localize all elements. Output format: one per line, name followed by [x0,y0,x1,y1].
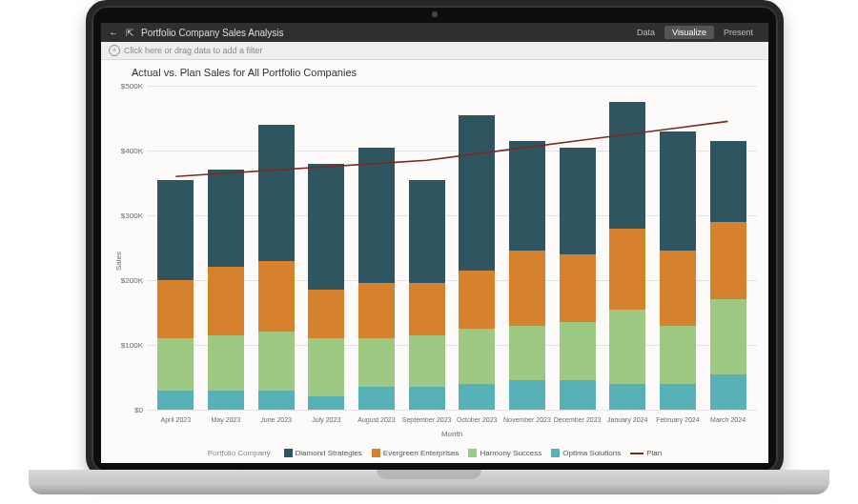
legend-item-diamond[interactable]: Diamond Strategies [284,449,362,457]
bar-column[interactable]: October 2023 [459,86,495,410]
plot-area: $0$100K$200K$300K$400K$500K April 2023Ma… [147,86,757,410]
bar-segment[interactable] [660,131,696,252]
bar-column[interactable]: December 2023 [560,86,596,410]
y-tick-label: $400K [109,147,143,155]
add-filter-icon[interactable]: + [109,45,120,56]
bar-segment[interactable] [459,271,495,329]
bar-segment[interactable] [208,335,244,391]
tab-visualize[interactable]: Visualize [664,26,714,39]
legend-item-evergreen[interactable]: Evergreen Enterprises [372,449,460,457]
bar-segment[interactable] [710,222,746,300]
bar-column[interactable]: July 2023 [308,86,344,410]
x-tick-label: March 2024 [710,416,746,423]
legend-item-optima[interactable]: Optima Solutions [551,449,621,457]
bar-segment[interactable] [409,335,445,387]
back-icon[interactable]: ← [109,28,118,38]
bar-column[interactable]: April 2023 [157,86,194,410]
bar-segment[interactable] [258,261,295,333]
laptop-frame: ← ⇱ Portfolio Company Sales Analysis Dat… [86,0,784,478]
bar-segment[interactable] [258,391,295,410]
bar-segment[interactable] [509,380,545,410]
swatch-icon [630,453,644,454]
swatch-icon [372,449,380,457]
x-tick-label: April 2023 [161,416,192,423]
bar-column[interactable]: May 2023 [208,86,244,410]
bar-segment[interactable] [157,280,194,338]
laptop-base [29,470,829,494]
bar-segment[interactable] [308,396,344,410]
bar-segment[interactable] [358,338,395,387]
y-tick-label: $0 [109,406,143,414]
bar-segment[interactable] [710,141,746,222]
chart-canvas: Actual vs. Plan Sales for All Portfolio … [101,59,768,463]
bar-segment[interactable] [609,229,645,310]
bar-segment[interactable] [459,329,495,384]
bar-column[interactable]: January 2024 [609,86,645,410]
bar-segment[interactable] [157,391,194,410]
bar-segment[interactable] [308,290,344,338]
bar-column[interactable]: September 2023 [409,86,445,410]
laptop-camera [432,11,438,17]
bar-column[interactable]: February 2024 [660,86,696,410]
bar-segment[interactable] [660,326,696,384]
x-tick-label: October 2023 [457,416,497,423]
bar-segment[interactable] [609,310,645,384]
tab-present[interactable]: Present [716,26,761,39]
bar-segment[interactable] [258,332,295,390]
bar-column[interactable]: June 2023 [258,86,295,410]
bar-segment[interactable] [358,387,395,410]
grid-line [147,410,757,411]
legend-item-plan[interactable]: Plan [630,449,662,457]
bar-segment[interactable] [459,115,495,271]
filter-bar[interactable]: + Click here or drag data to add a filte… [101,42,768,60]
tab-data[interactable]: Data [629,26,663,39]
app-titlebar: ← ⇱ Portfolio Company Sales Analysis Dat… [101,23,768,42]
swatch-icon [284,449,293,457]
bar-segment[interactable] [560,254,596,322]
bar-column[interactable]: November 2023 [509,86,545,410]
bar-segment[interactable] [409,180,445,284]
y-tick-label: $300K [109,212,143,220]
bar-segment[interactable] [560,380,596,410]
x-tick-label: July 2023 [312,416,340,423]
x-tick-label: January 2024 [607,416,647,423]
bar-segment[interactable] [560,148,596,254]
bar-segment[interactable] [308,338,344,396]
bar-segment[interactable] [509,326,545,381]
y-tick-label: $200K [109,276,143,285]
bar-segment[interactable] [509,141,545,252]
bar-column[interactable]: March 2024 [710,86,746,410]
bar-group: April 2023May 2023June 2023July 2023Augu… [147,86,757,410]
bar-column[interactable]: August 2023 [358,86,395,410]
bar-segment[interactable] [208,170,244,267]
bar-segment[interactable] [660,384,696,410]
x-tick-label: May 2023 [212,416,241,423]
bar-segment[interactable] [560,322,596,380]
bar-segment[interactable] [710,299,746,373]
bar-segment[interactable] [710,374,746,410]
bar-segment[interactable] [409,387,445,410]
bar-segment[interactable] [509,251,545,325]
y-tick-label: $500K [109,82,143,91]
app-screen: ← ⇱ Portfolio Company Sales Analysis Dat… [101,23,768,463]
bar-segment[interactable] [660,251,696,325]
bar-segment[interactable] [358,283,395,338]
x-tick-label: September 2023 [402,416,452,423]
swatch-icon [468,449,477,457]
bar-segment[interactable] [208,267,244,334]
bar-segment[interactable] [409,283,445,334]
legend-item-harmony[interactable]: Harmony Success [468,449,541,457]
bar-segment[interactable] [609,384,645,410]
y-tick-label: $100K [109,341,143,350]
bar-segment[interactable] [208,391,244,410]
bar-segment[interactable] [258,125,295,261]
bar-segment[interactable] [308,164,344,291]
bar-segment[interactable] [459,384,495,410]
x-tick-label: December 2023 [554,416,602,423]
bar-segment[interactable] [157,338,194,390]
bar-segment[interactable] [609,102,645,229]
x-axis-title: Month [441,430,462,438]
bar-segment[interactable] [157,180,194,280]
x-tick-label: June 2023 [260,416,292,423]
bar-segment[interactable] [358,148,395,284]
